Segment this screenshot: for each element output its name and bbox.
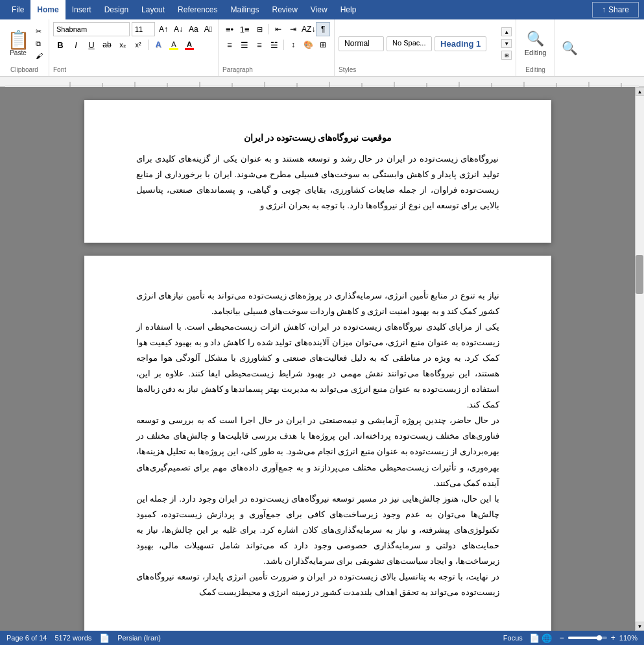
share-icon: ↑ [602,5,606,14]
justify-button[interactable]: ☱ [267,38,281,52]
style-nospace-button[interactable]: No Spac... [387,36,432,51]
text-effects-button[interactable]: A [151,38,165,52]
multilevel-list-button[interactable]: ⊟ [252,22,267,36]
style-nospace-label: No Spac... [392,39,425,47]
scroll-up-arrow[interactable]: ▲ [636,87,645,96]
increase-font-button[interactable]: A↑ [157,23,170,35]
sort-button[interactable]: AZ↓ [301,22,315,36]
format-painter-button[interactable]: 🖌 [34,51,45,61]
zoom-in-button[interactable]: + [610,633,617,642]
copy-icon: ⧉ [36,40,41,48]
scroll-down-arrow[interactable]: ▼ [636,622,645,631]
ribbon-search-area[interactable]: 🔍 [555,19,584,76]
font-group-label: Font [53,65,214,73]
style-heading1-button[interactable]: Heading 1 [435,36,486,51]
shading-button[interactable]: 🎨 [301,38,315,52]
editing-group-label: Editing [525,65,545,73]
show-marks-button[interactable]: ¶ [316,22,330,36]
subscript-button[interactable]: x₂ [115,38,130,52]
superscript-button[interactable]: x² [131,38,145,52]
align-left-button[interactable]: ≡ [222,38,237,52]
increase-indent-button[interactable]: ⇥ [286,22,300,36]
paste-icon: 📋 [7,31,30,49]
align-center-button[interactable]: ☰ [237,38,252,52]
zoom-slider[interactable] [568,637,607,639]
status-bar: Page 6 of 14 5172 words 📄 Persian (Iran)… [0,631,644,645]
styles-scroll-down[interactable]: ▼ [501,39,512,48]
font-color-button[interactable]: A [182,38,197,52]
tab-mailings[interactable]: Mailings [224,0,265,19]
share-button[interactable]: ↑ Share [592,2,639,18]
line-spacing-button[interactable]: ↕ [286,38,300,52]
style-normal-button[interactable]: Normal [339,36,384,51]
page-2: نیاز به تنوع در منابع تأمین انرژی، سرمای… [84,256,551,631]
paste-label: Paste [10,49,27,56]
zoom-level: 110% [619,634,638,642]
tab-view[interactable]: View [304,0,334,19]
tab-review[interactable]: Review [265,0,304,19]
numbering-button[interactable]: 1≡ [237,22,252,36]
decrease-indent-button[interactable]: ⇤ [271,22,285,36]
main-area: موقعیت نیروگاه‌های زیست‌توده در ایران نی… [0,87,644,631]
language-info: Persian (Iran) [117,634,161,642]
ribbon-group-clipboard: 📋 Paste ✂ ⧉ 🖌 Clipboard [0,19,49,76]
change-case-button[interactable]: Aa [187,23,200,35]
focus-label[interactable]: Focus [503,634,523,642]
clear-formatting-button[interactable]: A⃝ [202,23,214,35]
search-icon: 🔍 [562,40,578,56]
page-info: Page 6 of 14 [6,634,47,642]
strikethrough-button[interactable]: ab [100,38,114,52]
clipboard-group-label: Clipboard [10,66,38,73]
paste-button[interactable]: 📋 Paste [4,22,32,65]
status-right: Focus 📄 🌐 − + 110% [503,633,638,643]
editing-label: Editing [525,49,547,56]
ribbon-group-paragraph: ≡• 1≡ ⊟ ⇤ ⇥ AZ↓ ¶ ≡ ☰ ≡ ☱ ↕ 🎨 ⊞ Paragrap… [219,19,335,76]
vertical-scrollbar[interactable]: ▲ ▼ [635,87,644,631]
web-layout-icon[interactable]: 🌐 [542,633,552,643]
underline-button[interactable]: U [84,38,99,52]
zoom-out-button[interactable]: − [558,633,566,642]
bold-button[interactable]: B [53,38,67,52]
ribbon-group-styles: Normal No Spac... Heading 1 ▲ ▼ ⊞ Styles [335,19,516,76]
proofing-icon[interactable]: 📄 [99,633,110,643]
tab-design[interactable]: Design [98,0,135,19]
page-2-body[interactable]: نیاز به تنوع در منابع تأمین انرژی، سرمای… [136,288,499,600]
page-1-body[interactable]: نیروگاه‌های زیست‌توده در ایران در حال رش… [136,151,499,213]
styles-expand[interactable]: ⊞ [501,51,512,60]
tab-home[interactable]: Home [30,0,65,19]
tab-references[interactable]: References [171,0,224,19]
decrease-font-button[interactable]: A↓ [172,23,185,35]
svg-rect-1 [5,86,639,86]
style-heading1-label: Heading 1 [440,39,481,49]
italic-button[interactable]: I [69,38,83,52]
cut-button[interactable]: ✂ [34,26,45,37]
ribbon-group-font: A↑ A↓ Aa A⃝ B I U ab x₂ x² A A A Fon [49,19,219,76]
paragraph-group-label: Paragraph [222,65,330,73]
share-label: Share [608,5,629,14]
word-count: 5172 words [54,634,91,642]
text-highlight-button[interactable]: A [167,38,181,52]
page-1: موقعیت نیروگاه‌های زیست‌توده در ایران نی… [84,100,551,243]
align-right-button[interactable]: ≡ [252,38,267,52]
tab-help[interactable]: Help [334,0,363,19]
ribbon-tabs-bar: File Home Insert Design Layout Reference… [0,0,644,19]
svg-rect-0 [5,77,639,87]
font-size-input[interactable] [132,22,155,36]
ribbon-group-editing: 🔍 Editing Editing [516,19,555,76]
styles-group-label: Styles [339,65,512,73]
ruler-svg [5,77,639,87]
tab-file[interactable]: File [5,0,30,19]
tab-insert[interactable]: Insert [66,0,98,19]
font-name-input[interactable] [53,22,130,36]
styles-scroll-up[interactable]: ▲ [501,27,512,36]
format-painter-icon: 🖌 [36,52,43,60]
copy-button[interactable]: ⧉ [34,38,45,49]
scroll-thumb[interactable] [636,255,643,294]
editing-icon: 🔍 [527,30,544,47]
style-normal-label: Normal [344,39,370,48]
tab-layout[interactable]: Layout [135,0,171,19]
print-layout-icon[interactable]: 📄 [529,633,540,643]
borders-button[interactable]: ⊞ [316,38,330,52]
page-container[interactable]: موقعیت نیروگاه‌های زیست‌توده در ایران نی… [0,87,635,631]
bullets-button[interactable]: ≡• [222,22,237,36]
